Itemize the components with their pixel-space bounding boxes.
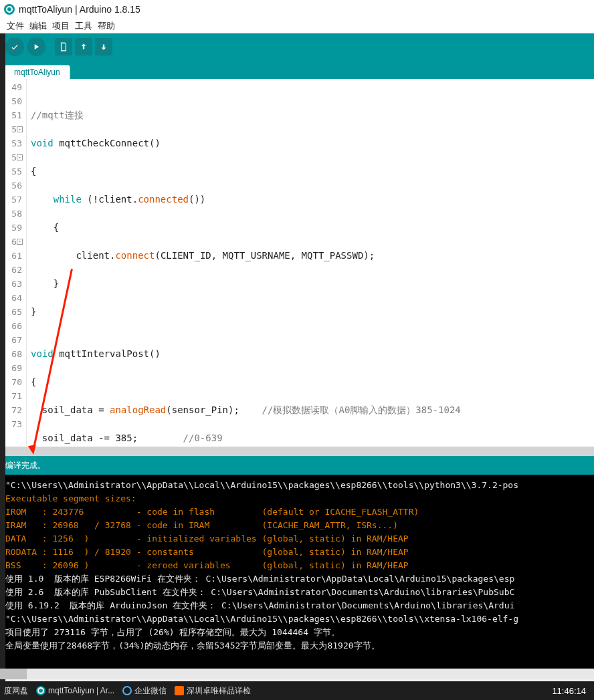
line-number: 49 xyxy=(0,80,22,94)
taskbar-item-arduino[interactable]: mqttToAliyun | Ar... xyxy=(36,686,114,695)
toolbar xyxy=(0,33,594,60)
line-number: 73 xyxy=(0,417,22,431)
line-number: 60- xyxy=(0,235,22,249)
editor-resize-handle[interactable] xyxy=(0,447,594,456)
scrollbar-thumb[interactable] xyxy=(0,669,27,679)
console-line: 全局变量使用了28468字节，(34%)的动态内存，余留53452字节局部变量。… xyxy=(5,639,589,653)
console-line: Executable segment sizes: xyxy=(5,492,589,505)
console-line: 使用 6.19.2 版本的库 ArduinoJson 在文件夹： C:\User… xyxy=(5,599,589,612)
status-bar: 编译完成。 xyxy=(0,456,594,475)
os-taskbar: 度网盘 mqttToAliyun | Ar... 企业微信 深圳卓唯样品详检 1… xyxy=(0,681,594,700)
arrow-down-icon xyxy=(99,42,108,51)
line-number: 57 xyxy=(0,193,22,207)
taskbar-clock[interactable]: 11:46:14 xyxy=(552,686,590,696)
line-gutter: 49 50 51 52- 53 54- 55 56 57 58 59 60- 6… xyxy=(0,79,27,447)
fold-icon[interactable]: - xyxy=(17,239,23,245)
console-line: RODATA : 1116 ) / 81920 - constants (glo… xyxy=(5,546,589,559)
console-line: "C:\\Users\\Administrator\\AppData\\Loca… xyxy=(5,612,589,626)
upload-button[interactable] xyxy=(27,37,45,56)
line-number: 71 xyxy=(0,389,22,403)
console-line: 使用 1.0 版本的库 ESP8266WiFi 在文件夹： C:\Users\A… xyxy=(5,572,589,586)
line-number: 65 xyxy=(0,305,22,319)
line-number: 56 xyxy=(0,179,22,193)
line-number: 69 xyxy=(0,361,22,375)
annotation-arrowhead xyxy=(28,445,37,455)
open-sketch-button[interactable] xyxy=(75,38,92,55)
fold-icon[interactable]: - xyxy=(17,126,23,132)
console-line: 项目使用了 273116 字节，占用了 (26%) 程序存储空间。最大为 104… xyxy=(5,626,589,639)
line-number: 63 xyxy=(0,277,22,291)
horizontal-scrollbar[interactable] xyxy=(0,669,594,679)
taskbar-item-weixin[interactable]: 企业微信 xyxy=(122,685,167,697)
menu-file[interactable]: 文件 xyxy=(7,20,24,32)
file-icon xyxy=(59,42,68,51)
taskbar-item[interactable]: 度网盘 xyxy=(4,685,28,697)
line-number: 55 xyxy=(0,164,22,179)
menu-tools[interactable]: 工具 xyxy=(75,20,92,32)
menu-edit[interactable]: 编辑 xyxy=(29,20,47,32)
line-number: 59 xyxy=(0,221,22,235)
menu-help[interactable]: 帮助 xyxy=(98,20,115,32)
arduino-logo-icon xyxy=(4,4,15,15)
line-number: 66 xyxy=(0,319,22,333)
line-number: 58 xyxy=(0,207,22,221)
arduino-logo-icon xyxy=(36,686,45,695)
code-editor[interactable]: 49 50 51 52- 53 54- 55 56 57 58 59 60- 6… xyxy=(0,79,594,447)
console-line: "C:\\Users\\Administrator\\AppData\\Loca… xyxy=(5,479,589,492)
console-line: IROM : 243776 - code in flash (default o… xyxy=(5,505,589,519)
app-icon xyxy=(175,686,184,695)
line-number: 62 xyxy=(0,263,22,277)
line-number: 70 xyxy=(0,375,22,389)
console-line: 使用 2.6 版本的库 PubSubClient 在文件夹： C:\Users\… xyxy=(5,586,589,599)
title-bar: mqttToAliyun | Arduino 1.8.15 xyxy=(0,0,594,19)
line-number: 64 xyxy=(0,291,22,305)
output-console[interactable]: "C:\\Users\\Administrator\\AppData\\Loca… xyxy=(0,475,594,669)
wework-icon xyxy=(122,686,132,695)
console-line: IRAM : 26968 / 32768 - code in IRAM (ICA… xyxy=(5,519,589,532)
fold-icon[interactable]: - xyxy=(17,154,23,160)
arrow-right-icon xyxy=(31,42,41,51)
line-number: 67 xyxy=(0,333,22,347)
arrow-up-icon xyxy=(79,42,88,51)
line-number: 72 xyxy=(0,403,22,417)
check-icon xyxy=(10,42,19,51)
taskbar-item[interactable]: 深圳卓唯样品详检 xyxy=(175,685,251,697)
line-number: 52- xyxy=(0,122,22,136)
window-title: mqttToAliyun | Arduino 1.8.15 xyxy=(19,4,140,15)
menu-bar: 文件 编辑 项目 工具 帮助 xyxy=(0,19,594,33)
verify-button[interactable] xyxy=(5,37,24,56)
status-text: 编译完成。 xyxy=(5,460,45,471)
menu-sketch[interactable]: 项目 xyxy=(52,20,70,32)
line-number: 53 xyxy=(0,136,22,150)
console-line: BSS : 26096 ) - zeroed variables (global… xyxy=(5,559,589,572)
console-line: DATA : 1256 ) - initialized variables (g… xyxy=(5,532,589,546)
tab-bar: mqttToAliyun xyxy=(0,60,594,79)
new-sketch-button[interactable] xyxy=(55,38,72,55)
line-number: 61 xyxy=(0,249,22,263)
line-number: 54- xyxy=(0,150,22,164)
save-sketch-button[interactable] xyxy=(95,38,112,55)
tab-sketch[interactable]: mqttToAliyun xyxy=(4,65,70,79)
line-number: 68 xyxy=(0,347,22,361)
line-number: 50 xyxy=(0,94,22,108)
code-area[interactable]: //mqtt连接 void mqttCheckConnect() { while… xyxy=(27,79,594,447)
line-number: 51 xyxy=(0,108,22,122)
